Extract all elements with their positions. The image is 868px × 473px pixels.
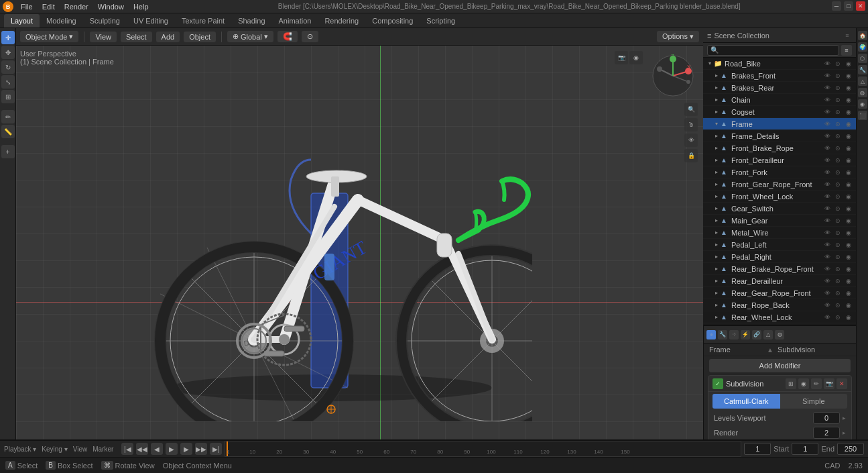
zoom-btn[interactable]: 🔍 <box>684 103 698 116</box>
tool-measure[interactable]: 📏 <box>1 125 15 138</box>
outliner-item[interactable]: ▸ ▲ Rear_Brake_Rope_Front 👁 ⊙ ◉ <box>703 263 856 275</box>
visibility-btn[interactable]: 👁 <box>822 59 832 68</box>
select-btn[interactable]: ⊙ <box>833 276 843 286</box>
visibility-btn[interactable]: 👁 <box>822 301 832 310</box>
sp-tab-world[interactable]: 🌍 <box>858 42 867 52</box>
visibility-btn[interactable]: 👁 <box>822 144 832 153</box>
render-btn[interactable]: ◉ <box>844 83 853 93</box>
outliner-item[interactable]: ▸ ▲ Cogset 👁 ⊙ ◉ <box>703 106 856 118</box>
visibility-btn[interactable]: 👁 <box>822 240 832 250</box>
select-menu-btn[interactable]: Select <box>121 32 152 42</box>
menu-help[interactable]: Help <box>129 0 153 13</box>
outliner-item[interactable]: ▸ ▲ Rear_Gear_Rope_Front 👁 ⊙ ◉ <box>703 287 856 299</box>
end-frame-input[interactable]: 250 <box>837 443 864 455</box>
visibility-btn[interactable]: 👁 <box>822 119 832 129</box>
outliner-item[interactable]: ▸ ▲ Main_Gear 👁 ⊙ ◉ <box>703 215 856 227</box>
render-btn[interactable]: ◉ <box>844 252 853 262</box>
next-frame-btn[interactable]: ▶▶ <box>195 443 207 455</box>
render-btn[interactable]: ◉ <box>844 216 853 225</box>
sp-tab-data[interactable]: △ <box>858 76 867 86</box>
outliner-item[interactable]: ▸ ▲ Front_Brake_Rope 👁 ⊙ ◉ <box>703 142 856 154</box>
sp-tab-object[interactable]: ⬡ <box>858 54 867 63</box>
tool-scale[interactable]: ⤡ <box>1 75 15 89</box>
select-btn[interactable]: ⊙ <box>833 216 843 225</box>
simple-btn[interactable]: Simple <box>780 394 848 409</box>
select-btn[interactable]: ⊙ <box>833 132 843 141</box>
outliner-item[interactable]: ▸ ▲ Rear_Wheel_Lock 👁 ⊙ ◉ <box>703 311 856 323</box>
render-btn[interactable]: ◉ <box>844 240 853 250</box>
outliner-item[interactable]: ▸ ▲ Metal_Wire 👁 ⊙ ◉ <box>703 227 856 239</box>
tool-annotate[interactable]: ✏ <box>1 110 15 123</box>
minimize-button[interactable]: ─ <box>832 1 841 11</box>
options-btn[interactable]: Options ▾ <box>657 31 699 42</box>
select-btn[interactable]: ⊙ <box>833 252 843 262</box>
view-menu-btn[interactable]: View <box>90 32 117 42</box>
tab-sculpting[interactable]: Sculpting <box>83 14 127 28</box>
sp-tab-output[interactable]: ⬛ <box>858 111 867 120</box>
outliner-item[interactable]: ▸ ▲ Brakes_Rear 👁 ⊙ ◉ <box>703 82 856 94</box>
outliner-item[interactable]: ▸ ▲ Rear_Derailleur 👁 ⊙ ◉ <box>703 275 856 287</box>
props-tab-data[interactable]: △ <box>763 330 773 339</box>
menu-render[interactable]: Render <box>60 0 93 13</box>
keying-label[interactable]: Keying ▾ <box>42 445 70 453</box>
render-btn[interactable]: ◉ <box>844 71 853 81</box>
render-btn[interactable]: ◉ <box>844 313 853 322</box>
tool-transform[interactable]: ⊞ <box>1 90 15 103</box>
fly-btn[interactable]: 🖱 <box>684 118 698 132</box>
outliner-item[interactable]: ▸ ▲ Frame_Details 👁 ⊙ ◉ <box>703 130 856 142</box>
render-btn[interactable]: ◉ <box>844 59 853 68</box>
tab-scripting[interactable]: Scripting <box>420 14 462 28</box>
camera-view-btn[interactable]: 📷 <box>615 51 628 64</box>
tab-layout[interactable]: Layout <box>4 14 40 28</box>
select-btn[interactable]: ⊙ <box>833 119 843 129</box>
lock-btn[interactable]: 🔒 <box>684 149 698 162</box>
select-btn[interactable]: ⊙ <box>833 95 843 105</box>
tool-add[interactable]: + <box>1 145 15 158</box>
render-btn[interactable]: ◉ <box>844 204 853 213</box>
render-btn[interactable]: ◉ <box>844 264 853 274</box>
modifier-edit-btn[interactable]: ✏ <box>811 378 822 389</box>
render-btn[interactable]: ◉ <box>844 288 853 298</box>
render-btn[interactable]: ◉ <box>844 325 853 325</box>
maximize-button[interactable]: □ <box>844 1 853 11</box>
visibility-btn[interactable]: 👁 <box>822 228 832 238</box>
jump-end-btn[interactable]: ▶| <box>210 443 222 455</box>
select-btn[interactable]: ⊙ <box>833 204 843 213</box>
select-btn[interactable]: ⊙ <box>833 71 843 81</box>
render-btn[interactable]: ◉ <box>844 228 853 238</box>
select-btn[interactable]: ⊙ <box>833 83 843 93</box>
visibility-btn[interactable]: 👁 <box>822 325 832 325</box>
render-level-input[interactable]: 2 <box>813 427 840 439</box>
outliner-item[interactable]: ▸ ▲ Pedal_Right 👁 ⊙ ◉ <box>703 251 856 263</box>
prev-keyframe-btn[interactable]: ◀ <box>151 443 163 455</box>
select-btn[interactable]: ⊙ <box>833 180 843 189</box>
outliner-item[interactable]: ▸ ▲ Front_Wheel_Lock 👁 ⊙ ◉ <box>703 191 856 203</box>
outliner-filter-icon[interactable]: ≡ <box>841 45 852 56</box>
close-button[interactable]: ✕ <box>856 1 865 11</box>
render-btn[interactable]: ◉ <box>844 107 853 117</box>
modifier-render-btn[interactable]: ◉ <box>798 378 809 389</box>
tab-modeling[interactable]: Modeling <box>40 14 83 28</box>
tab-texture-paint[interactable]: Texture Paint <box>175 14 231 28</box>
levels-viewport-up[interactable]: ▸ <box>843 415 846 421</box>
select-btn[interactable]: ⊙ <box>833 107 843 117</box>
visibility-btn[interactable]: 👁 <box>822 168 832 177</box>
select-btn[interactable]: ⊙ <box>833 240 843 250</box>
visibility-btn[interactable]: 👁 <box>822 204 832 213</box>
render-btn[interactable]: ◉ <box>844 119 853 129</box>
select-btn[interactable]: ⊙ <box>833 288 843 298</box>
menu-window[interactable]: Window <box>93 0 129 13</box>
render-btn[interactable]: ◉ <box>844 180 853 189</box>
props-tab-object[interactable]: ⟐ <box>706 330 716 339</box>
modifier-cam-btn[interactable]: 📷 <box>824 378 834 389</box>
outliner-item[interactable]: ▸ ▲ Road_Bike_Near_Opened_Bikeep_Parkin … <box>703 323 856 325</box>
start-frame-input[interactable]: 1 <box>792 443 818 455</box>
outliner-item[interactable]: ▸ ▲ Pedal_Left 👁 ⊙ ◉ <box>703 239 856 251</box>
select-btn[interactable]: ⊙ <box>833 313 843 322</box>
visibility-btn[interactable]: 👁 <box>822 83 832 93</box>
transform-global[interactable]: ⊕ Global ▾ <box>227 31 273 42</box>
visibility-btn[interactable]: 👁 <box>822 276 832 286</box>
visibility-btn[interactable]: 👁 <box>822 180 832 189</box>
sp-tab-scene[interactable]: 🏠 <box>858 31 867 40</box>
prev-frame-btn[interactable]: ◀◀ <box>136 443 148 455</box>
